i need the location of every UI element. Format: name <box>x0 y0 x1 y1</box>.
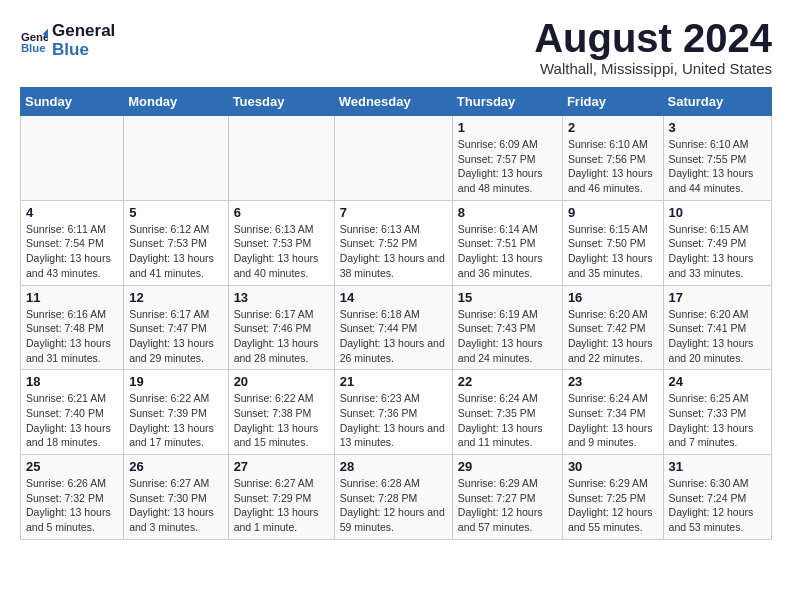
day-info: Sunrise: 6:15 AMSunset: 7:49 PMDaylight:… <box>669 222 766 281</box>
weekday-header: Saturday <box>663 88 771 116</box>
calendar-cell: 11 Sunrise: 6:16 AMSunset: 7:48 PMDaylig… <box>21 285 124 370</box>
calendar-cell: 29 Sunrise: 6:29 AMSunset: 7:27 PMDaylig… <box>452 455 562 540</box>
day-number: 9 <box>568 205 658 220</box>
day-info: Sunrise: 6:20 AMSunset: 7:42 PMDaylight:… <box>568 307 658 366</box>
day-info: Sunrise: 6:13 AMSunset: 7:53 PMDaylight:… <box>234 222 329 281</box>
day-info: Sunrise: 6:24 AMSunset: 7:35 PMDaylight:… <box>458 391 557 450</box>
weekday-header: Tuesday <box>228 88 334 116</box>
day-info: Sunrise: 6:13 AMSunset: 7:52 PMDaylight:… <box>340 222 447 281</box>
day-info: Sunrise: 6:27 AMSunset: 7:30 PMDaylight:… <box>129 476 222 535</box>
day-info: Sunrise: 6:12 AMSunset: 7:53 PMDaylight:… <box>129 222 222 281</box>
day-number: 12 <box>129 290 222 305</box>
day-number: 31 <box>669 459 766 474</box>
day-number: 6 <box>234 205 329 220</box>
calendar-cell: 3 Sunrise: 6:10 AMSunset: 7:55 PMDayligh… <box>663 116 771 201</box>
weekday-header: Wednesday <box>334 88 452 116</box>
day-info: Sunrise: 6:21 AMSunset: 7:40 PMDaylight:… <box>26 391 118 450</box>
calendar-cell: 15 Sunrise: 6:19 AMSunset: 7:43 PMDaylig… <box>452 285 562 370</box>
logo-text-general: General <box>52 22 115 41</box>
calendar-cell: 31 Sunrise: 6:30 AMSunset: 7:24 PMDaylig… <box>663 455 771 540</box>
weekday-header: Thursday <box>452 88 562 116</box>
day-number: 1 <box>458 120 557 135</box>
weekday-header: Monday <box>124 88 228 116</box>
calendar-week-row: 4 Sunrise: 6:11 AMSunset: 7:54 PMDayligh… <box>21 200 772 285</box>
day-info: Sunrise: 6:28 AMSunset: 7:28 PMDaylight:… <box>340 476 447 535</box>
title-area: August 2024 Walthall, Mississippi, Unite… <box>534 16 772 77</box>
day-info: Sunrise: 6:29 AMSunset: 7:27 PMDaylight:… <box>458 476 557 535</box>
calendar-cell: 25 Sunrise: 6:26 AMSunset: 7:32 PMDaylig… <box>21 455 124 540</box>
day-info: Sunrise: 6:10 AMSunset: 7:55 PMDaylight:… <box>669 137 766 196</box>
calendar-cell: 4 Sunrise: 6:11 AMSunset: 7:54 PMDayligh… <box>21 200 124 285</box>
calendar-cell: 16 Sunrise: 6:20 AMSunset: 7:42 PMDaylig… <box>562 285 663 370</box>
logo-text-blue: Blue <box>52 41 115 60</box>
calendar-cell: 7 Sunrise: 6:13 AMSunset: 7:52 PMDayligh… <box>334 200 452 285</box>
calendar-cell: 12 Sunrise: 6:17 AMSunset: 7:47 PMDaylig… <box>124 285 228 370</box>
day-info: Sunrise: 6:24 AMSunset: 7:34 PMDaylight:… <box>568 391 658 450</box>
calendar-cell: 24 Sunrise: 6:25 AMSunset: 7:33 PMDaylig… <box>663 370 771 455</box>
calendar-cell: 20 Sunrise: 6:22 AMSunset: 7:38 PMDaylig… <box>228 370 334 455</box>
main-title: August 2024 <box>534 16 772 60</box>
calendar-cell: 22 Sunrise: 6:24 AMSunset: 7:35 PMDaylig… <box>452 370 562 455</box>
calendar-cell: 27 Sunrise: 6:27 AMSunset: 7:29 PMDaylig… <box>228 455 334 540</box>
calendar-week-row: 1 Sunrise: 6:09 AMSunset: 7:57 PMDayligh… <box>21 116 772 201</box>
calendar-cell <box>228 116 334 201</box>
calendar-cell: 17 Sunrise: 6:20 AMSunset: 7:41 PMDaylig… <box>663 285 771 370</box>
calendar-cell: 8 Sunrise: 6:14 AMSunset: 7:51 PMDayligh… <box>452 200 562 285</box>
day-info: Sunrise: 6:10 AMSunset: 7:56 PMDaylight:… <box>568 137 658 196</box>
day-info: Sunrise: 6:15 AMSunset: 7:50 PMDaylight:… <box>568 222 658 281</box>
calendar-cell <box>21 116 124 201</box>
day-info: Sunrise: 6:26 AMSunset: 7:32 PMDaylight:… <box>26 476 118 535</box>
day-number: 23 <box>568 374 658 389</box>
day-number: 21 <box>340 374 447 389</box>
calendar-cell: 10 Sunrise: 6:15 AMSunset: 7:49 PMDaylig… <box>663 200 771 285</box>
day-info: Sunrise: 6:17 AMSunset: 7:46 PMDaylight:… <box>234 307 329 366</box>
day-info: Sunrise: 6:11 AMSunset: 7:54 PMDaylight:… <box>26 222 118 281</box>
day-info: Sunrise: 6:09 AMSunset: 7:57 PMDaylight:… <box>458 137 557 196</box>
calendar-week-row: 11 Sunrise: 6:16 AMSunset: 7:48 PMDaylig… <box>21 285 772 370</box>
day-info: Sunrise: 6:16 AMSunset: 7:48 PMDaylight:… <box>26 307 118 366</box>
day-number: 27 <box>234 459 329 474</box>
day-number: 8 <box>458 205 557 220</box>
calendar-cell: 21 Sunrise: 6:23 AMSunset: 7:36 PMDaylig… <box>334 370 452 455</box>
calendar-cell: 5 Sunrise: 6:12 AMSunset: 7:53 PMDayligh… <box>124 200 228 285</box>
calendar-cell: 18 Sunrise: 6:21 AMSunset: 7:40 PMDaylig… <box>21 370 124 455</box>
day-number: 20 <box>234 374 329 389</box>
day-info: Sunrise: 6:29 AMSunset: 7:25 PMDaylight:… <box>568 476 658 535</box>
calendar-cell <box>334 116 452 201</box>
day-number: 29 <box>458 459 557 474</box>
calendar-cell: 30 Sunrise: 6:29 AMSunset: 7:25 PMDaylig… <box>562 455 663 540</box>
calendar-week-row: 18 Sunrise: 6:21 AMSunset: 7:40 PMDaylig… <box>21 370 772 455</box>
calendar-cell <box>124 116 228 201</box>
calendar-cell: 1 Sunrise: 6:09 AMSunset: 7:57 PMDayligh… <box>452 116 562 201</box>
calendar-cell: 23 Sunrise: 6:24 AMSunset: 7:34 PMDaylig… <box>562 370 663 455</box>
day-info: Sunrise: 6:27 AMSunset: 7:29 PMDaylight:… <box>234 476 329 535</box>
day-number: 18 <box>26 374 118 389</box>
calendar-week-row: 25 Sunrise: 6:26 AMSunset: 7:32 PMDaylig… <box>21 455 772 540</box>
day-info: Sunrise: 6:22 AMSunset: 7:39 PMDaylight:… <box>129 391 222 450</box>
weekday-header: Friday <box>562 88 663 116</box>
day-number: 11 <box>26 290 118 305</box>
day-info: Sunrise: 6:25 AMSunset: 7:33 PMDaylight:… <box>669 391 766 450</box>
calendar-cell: 9 Sunrise: 6:15 AMSunset: 7:50 PMDayligh… <box>562 200 663 285</box>
day-info: Sunrise: 6:17 AMSunset: 7:47 PMDaylight:… <box>129 307 222 366</box>
day-number: 7 <box>340 205 447 220</box>
calendar-cell: 19 Sunrise: 6:22 AMSunset: 7:39 PMDaylig… <box>124 370 228 455</box>
day-info: Sunrise: 6:22 AMSunset: 7:38 PMDaylight:… <box>234 391 329 450</box>
logo-icon: General Blue <box>20 27 48 55</box>
day-number: 17 <box>669 290 766 305</box>
calendar-cell: 2 Sunrise: 6:10 AMSunset: 7:56 PMDayligh… <box>562 116 663 201</box>
day-number: 19 <box>129 374 222 389</box>
logo: General Blue General Blue <box>20 22 115 59</box>
subtitle: Walthall, Mississippi, United States <box>534 60 772 77</box>
day-number: 10 <box>669 205 766 220</box>
weekday-header: Sunday <box>21 88 124 116</box>
day-number: 16 <box>568 290 658 305</box>
day-info: Sunrise: 6:20 AMSunset: 7:41 PMDaylight:… <box>669 307 766 366</box>
day-number: 15 <box>458 290 557 305</box>
day-number: 30 <box>568 459 658 474</box>
day-number: 3 <box>669 120 766 135</box>
day-number: 5 <box>129 205 222 220</box>
calendar-cell: 6 Sunrise: 6:13 AMSunset: 7:53 PMDayligh… <box>228 200 334 285</box>
calendar-cell: 14 Sunrise: 6:18 AMSunset: 7:44 PMDaylig… <box>334 285 452 370</box>
day-number: 25 <box>26 459 118 474</box>
